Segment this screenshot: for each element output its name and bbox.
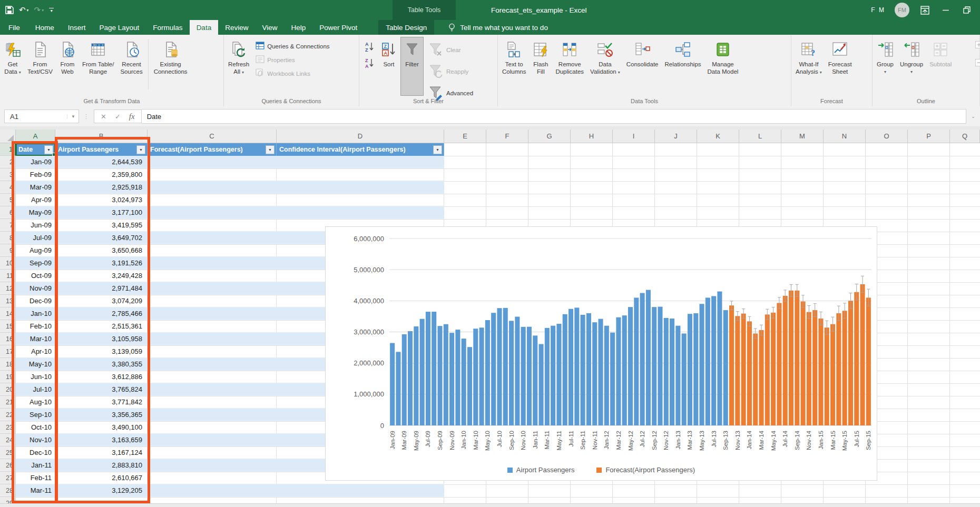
ribbon-button-data-validation[interactable]: DataValidation▾ [587,37,623,96]
cell-A13[interactable]: Dec-09 [16,295,55,307]
column-header-Q[interactable]: Q [950,130,980,143]
cancel-icon[interactable]: ✕ [101,113,106,121]
cell-D28[interactable] [277,484,444,497]
column-header-I[interactable]: I [613,130,655,143]
tab-home[interactable]: Home [28,20,61,35]
cell-D2[interactable] [277,156,444,168]
column-header-E[interactable]: E [444,130,486,143]
cell-A28[interactable]: Mar-11 [16,484,55,497]
cell-A11[interactable]: Oct-09 [16,270,55,282]
column-header-L[interactable]: L [739,130,781,143]
table-header-cell-3[interactable]: Forecast(Airport Passengers)▼ [148,143,277,156]
ribbon-button-sort-ascending[interactable]: AZ [364,41,375,54]
cell-C15[interactable] [148,320,277,333]
ribbon-button-get-data[interactable]: GetData▾ [1,37,24,96]
tab-file[interactable]: File [0,20,28,35]
cell-B5[interactable]: 3,024,973 [55,194,148,206]
cell-B18[interactable]: 3,380,355 [55,358,148,371]
tab-power-pivot[interactable]: Power Pivot [312,20,364,35]
filter-dropdown-icon[interactable]: ▼ [136,145,145,154]
cell-A8[interactable]: Jul-09 [16,232,55,244]
cell-B25[interactable]: 3,167,124 [55,446,148,459]
name-box[interactable]: A1 ▼ [4,110,79,123]
cell-A26[interactable]: Jan-11 [16,459,55,472]
cell-C16[interactable] [148,333,277,345]
ribbon-button-from-table-range[interactable]: From Table/Range [79,37,117,96]
cell-B26[interactable]: 2,883,810 [55,459,148,472]
cell-A10[interactable]: Sep-09 [16,257,55,270]
cell-A2[interactable]: Jan-09 [16,156,55,168]
cell-C26[interactable] [148,459,277,472]
row-header-9[interactable]: 9 [0,244,16,257]
cell-C6[interactable] [148,206,277,219]
column-header-C[interactable]: C [148,130,277,143]
ribbon-button-text-to-columns[interactable]: Text toColumns [499,37,529,96]
restore-button[interactable] [961,4,973,16]
cell-A12[interactable]: Nov-09 [16,282,55,295]
tab-insert[interactable]: Insert [61,20,93,35]
cell-B21[interactable]: 3,771,842 [55,396,148,409]
cell-A24[interactable]: Nov-10 [16,434,55,446]
cell-B27[interactable]: 2,610,667 [55,472,148,484]
row-header-19[interactable]: 19 [0,371,16,383]
ribbon-button-ungroup[interactable]: Ungroup▾ [897,37,926,96]
cell-C17[interactable] [148,345,277,358]
column-header-P[interactable]: P [908,130,950,143]
cell-C11[interactable] [148,270,277,282]
row-header-3[interactable]: 3 [0,168,16,181]
cell-A18[interactable]: May-10 [16,358,55,371]
column-header-M[interactable]: M [781,130,824,143]
cell-C22[interactable] [148,409,277,421]
cell-B22[interactable]: 3,356,365 [55,409,148,421]
ribbon-button-consolidate[interactable]: Consolidate [623,37,662,96]
undo-button[interactable]: ↶▾ [19,5,29,15]
cell-A4[interactable]: Mar-09 [16,181,55,194]
row-header-14[interactable]: 14 [0,307,16,320]
customize-quick-access-icon[interactable]: ▾ [49,8,54,12]
ribbon-button-remove-duplicates[interactable]: RemoveDuplicates [552,37,587,96]
cell-A19[interactable]: Jun-10 [16,371,55,383]
cell-B17[interactable]: 3,139,059 [55,345,148,358]
ribbon-button-existing-connections[interactable]: ExistingConnections [151,37,191,96]
row-header-6[interactable]: 6 [0,206,16,219]
row-header-1[interactable]: 1 [0,143,16,156]
save-icon[interactable] [5,6,14,14]
cell-D4[interactable] [277,181,444,194]
tab-data[interactable]: Data [190,20,219,35]
row-header-20[interactable]: 20 [0,383,16,396]
cell-D6[interactable] [277,206,444,219]
cell-C28[interactable] [148,484,277,497]
cell-A20[interactable]: Jul-10 [16,383,55,396]
cell-A6[interactable]: May-09 [16,206,55,219]
ribbon-button-what-if-analysis[interactable]: ?What-IfAnalysis▾ [792,37,825,96]
column-header-K[interactable]: K [697,130,739,143]
cell-C21[interactable] [148,396,277,409]
row-header-4[interactable]: 4 [0,181,16,194]
cell-A25[interactable]: Dec-10 [16,446,55,459]
cell-D3[interactable] [277,168,444,181]
cell-B11[interactable]: 3,249,428 [55,270,148,282]
column-header-H[interactable]: H [571,130,613,143]
row-header-22[interactable]: 22 [0,409,16,421]
ribbon-button-relationships[interactable]: Relationships [662,37,704,96]
column-header-D[interactable]: D [277,130,444,143]
cell-D5[interactable] [277,194,444,206]
ribbon-button-manage-data-model[interactable]: ManageData Model [704,37,742,96]
cell-A7[interactable]: Jun-09 [16,219,55,232]
row-header-8[interactable]: 8 [0,232,16,244]
select-all-corner[interactable] [0,130,16,143]
tab-view[interactable]: View [255,20,284,35]
ribbon-button-recent-sources[interactable]: RecentSources [117,37,145,96]
filter-dropdown-icon[interactable]: ▼ [44,145,53,154]
tab-page-layout[interactable]: Page Layout [93,20,146,35]
cell-B2[interactable]: 2,644,539 [55,156,148,168]
cell-B3[interactable]: 2,359,800 [55,168,148,181]
tab-formulas[interactable]: Formulas [146,20,189,35]
ribbon-button-from-web[interactable]: FromWeb [56,37,79,96]
cell-B24[interactable]: 3,163,659 [55,434,148,446]
ribbon-button-from-text-csv[interactable]: FromText/CSV [24,37,56,96]
ribbon-display-options-icon[interactable] [919,4,930,16]
row-header-16[interactable]: 16 [0,333,16,345]
cell-B23[interactable]: 3,490,100 [55,421,148,434]
cell-B10[interactable]: 3,191,526 [55,257,148,270]
